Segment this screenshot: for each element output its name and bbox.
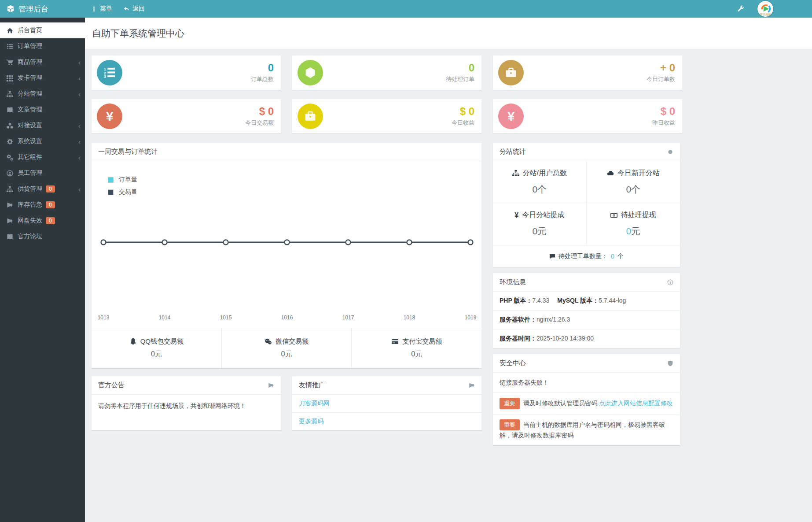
cogs-icon [7, 154, 13, 161]
chevron-left-icon: ‹ [78, 91, 81, 97]
brand[interactable]: 管理后台 [0, 0, 85, 18]
stat-value: $ 0 [452, 106, 474, 117]
config-link[interactable]: 点此进入网站信息配置修改 [599, 400, 673, 407]
sitemap-icon [512, 170, 519, 177]
environment-title: 环境信息 [500, 278, 526, 286]
sidebar-item-forum[interactable]: 官方论坛 [0, 229, 85, 244]
stat-value: 0 [251, 63, 274, 73]
stat-card-yesterday-profit: ¥ $ 0 昨日收益 [493, 99, 682, 133]
promo-link-daoke[interactable]: 刀客源码网 [292, 395, 481, 412]
stat-card-total-orders: 123 0 订单总数 [92, 56, 281, 90]
back-label: 返回 [132, 5, 145, 13]
banknote-icon [610, 212, 617, 219]
stat-label: 订单总数 [251, 75, 274, 83]
security-panel: 安全中心 链接服务器失败！ 重要请及时修改默认管理员密码 点此进入网站信息配置修… [493, 354, 680, 445]
info-icon [667, 279, 673, 285]
security-row-password: 重要请及时修改默认管理员密码 点此进入网站信息配置修改 [493, 393, 680, 414]
stat-label: 今日收益 [452, 119, 474, 127]
sidebar-item-cards[interactable]: 发卡管理 ‹ [0, 70, 85, 86]
supplier-badge: 0 [46, 185, 55, 193]
gem-icon [298, 60, 323, 85]
menu-label: 菜单 [100, 5, 112, 13]
content: 123 0 订单总数 0 待处理订单 [85, 49, 680, 445]
avatar-logo: 腾讯视频 [757, 1, 773, 17]
substation-value: 0元 [532, 225, 547, 237]
substation-cell-commission: ¥ 今日分站提成 0元 [493, 203, 587, 245]
stat-label: 今日交易额 [245, 119, 274, 127]
security-title: 安全中心 [500, 359, 526, 367]
gear-icon [7, 138, 13, 145]
substation-title: 分站统计 [500, 148, 526, 156]
stat-card-today-orders: + 0 今日订单数 [493, 56, 682, 90]
credit-card-icon [391, 338, 399, 345]
bullhorn-icon [7, 218, 13, 224]
security-row-database: 重要当前主机的数据库用户名与密码相同，极易被黑客破解，请及时修改数据库密码 [493, 415, 680, 446]
important-badge: 重要 [500, 419, 520, 430]
substation-value: 0个 [626, 183, 640, 196]
promotion-panel: 友情推广 刀客源码网 更多源码 [292, 376, 481, 430]
sidebar-item-settings[interactable]: 系统设置 ‹ [0, 133, 85, 149]
stat-cards: 123 0 订单总数 0 待处理订单 [92, 56, 680, 133]
book-icon [7, 107, 13, 113]
sidebar-item-netdisk-invalid[interactable]: 网盘失效 0 [0, 213, 85, 229]
substation-footer: 待处理工单数量： 0 个 [493, 245, 680, 267]
back-button[interactable]: 返回 [124, 5, 145, 13]
env-row-software: 服务器软件：nginx/1.26.3 [493, 311, 680, 329]
navbar-right: 腾讯视频 [737, 1, 812, 17]
substation-cell-withdrawals: 待处理提现 0元 [587, 203, 680, 245]
bullhorn-icon [469, 382, 475, 389]
home-icon [7, 27, 13, 34]
chart-title: 一周交易与订单统计 [98, 148, 158, 156]
menu-icon [91, 6, 97, 12]
x-tick: 1016 [281, 315, 293, 321]
important-badge: 重要 [500, 398, 520, 409]
list-ol-icon: 123 [97, 60, 122, 85]
page-header: 自助下单系统管理中心 [85, 18, 812, 49]
sidebar-item-home[interactable]: 后台首页 [0, 22, 85, 38]
sidebar-item-substations[interactable]: 分站管理 ‹ [0, 86, 85, 102]
back-icon [124, 6, 129, 12]
avatar[interactable]: 腾讯视频 [757, 1, 773, 17]
weekly-chart: 订单量 交易量 [92, 161, 481, 328]
chevron-left-icon: ‹ [78, 75, 81, 81]
x-tick: 1013 [98, 315, 110, 321]
sidebar-item-components[interactable]: 其它组件 ‹ [0, 149, 85, 165]
bullhorn-icon [268, 382, 274, 389]
wechat-icon [265, 338, 272, 345]
stat-value: + 0 [647, 63, 675, 73]
menu-button[interactable]: 菜单 [91, 5, 112, 13]
sidebar-item-integrations[interactable]: 对接设置 ‹ [0, 118, 85, 133]
stat-value: $ 0 [652, 106, 675, 117]
briefcase-icon [298, 104, 323, 129]
sidebar-item-suppliers[interactable]: 供货管理 0 ‹ [0, 181, 85, 197]
sidebar-item-articles[interactable]: 文章管理 [0, 102, 85, 118]
sidebar-item-orders[interactable]: 订单管理 [0, 38, 85, 54]
sidebar-item-products[interactable]: 商品管理 ‹ [0, 54, 85, 70]
sidebar-item-stock-alert[interactable]: 库存告急 0 [0, 197, 85, 213]
sidebar-item-staff[interactable]: 员工管理 [0, 165, 85, 181]
substation-grid: 分站/用户总数 0个 今日新开分站 0个 [493, 161, 680, 245]
env-row-time: 服务器时间：2025-10-20 14:39:00 [493, 329, 680, 348]
chart-plot: 1013 1014 1015 1016 1017 1018 1019 [92, 161, 481, 328]
substation-cell-total: 分站/用户总数 0个 [493, 161, 587, 203]
stat-label: 昨日收益 [652, 119, 675, 127]
wrench-icon[interactable] [737, 5, 744, 12]
x-tick: 1018 [404, 315, 415, 321]
grid-icon [7, 75, 13, 81]
promo-link-more[interactable]: 更多源码 [292, 412, 481, 430]
sitemap-icon [7, 186, 13, 193]
chevron-left-icon: ‹ [78, 186, 81, 193]
env-row-versions: PHP 版本：7.4.33 MySQL 版本：5.7.44-log [493, 292, 680, 311]
x-tick: 1014 [159, 315, 171, 321]
bullhorn-icon [7, 202, 13, 208]
shield-icon [667, 360, 673, 367]
stat-card-today-volume: ¥ $ 0 今日交易额 [92, 99, 281, 133]
book-icon [7, 233, 13, 240]
payment-wechat: 微信交易额 0元 [221, 328, 352, 368]
stat-value: 0 [446, 63, 474, 73]
qq-icon [129, 338, 137, 345]
substation-cell-new-today: 今日新开分站 0个 [587, 161, 680, 203]
circle-icon [667, 149, 673, 155]
netdisk-badge: 0 [46, 217, 55, 224]
chevron-left-icon: ‹ [78, 154, 81, 161]
